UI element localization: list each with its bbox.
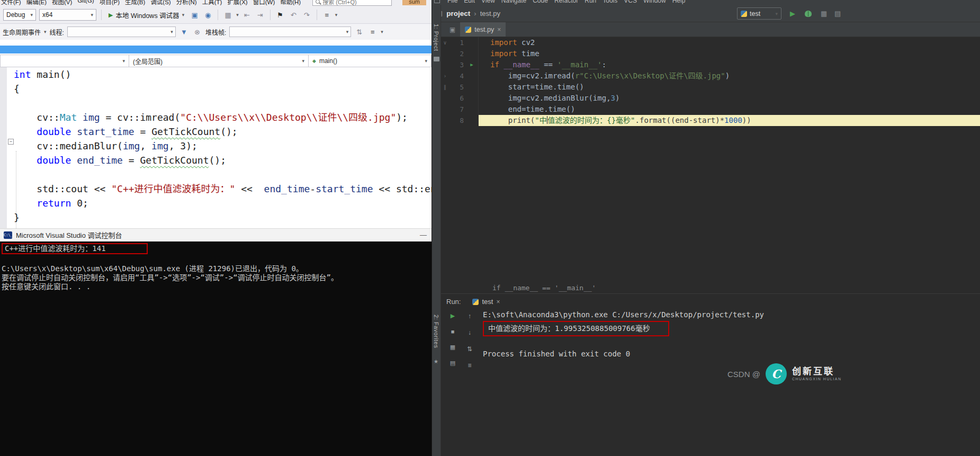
profiler-icon[interactable]: ▦ <box>821 10 827 17</box>
vs-symbol-dropdown[interactable]: ◆ main() ▾ <box>308 55 431 67</box>
vs-code-line[interactable]: { <box>14 82 431 96</box>
vs-menu-item[interactable]: 文件(F) <box>1 0 21 6</box>
star-icon[interactable]: ★ <box>434 359 438 364</box>
code-text[interactable]: import time <box>479 48 980 59</box>
outdent-icon[interactable]: ⇤ <box>242 11 252 19</box>
vs-thread-dropdown[interactable]: ▾ <box>67 26 176 37</box>
pc-menu-item[interactable]: Help <box>672 0 686 4</box>
pc-menu-item[interactable]: File <box>447 0 457 4</box>
vs-config-dropdown[interactable]: Debug ▾ <box>3 9 36 21</box>
vs-code-line[interactable]: int main() <box>14 67 431 82</box>
pc-code-editor[interactable]: ∨1import cv22import time3▶if __name__ ==… <box>441 37 980 282</box>
vs-menu-item[interactable]: 帮助(H) <box>280 0 301 6</box>
code-text[interactable]: start=time.time() <box>479 82 980 93</box>
pc-menu-item[interactable]: VCS <box>624 0 637 4</box>
up-stack-icon[interactable]: ↑ <box>468 312 471 320</box>
vs-menu-item[interactable]: 工具(T) <box>202 0 222 6</box>
fold-collapse-icon[interactable]: − <box>8 139 14 145</box>
minimize-icon[interactable]: — <box>420 231 428 239</box>
vs-code-editor[interactable]: − int main(){ cv::Mat img = cv::imread("… <box>0 67 431 228</box>
vs-code-line[interactable] <box>14 96 431 110</box>
vs-scope-dropdown[interactable]: (全局范围) ▾ <box>129 55 309 67</box>
gutter-pause-icon[interactable]: ∥ <box>441 82 449 93</box>
pc-menu-item[interactable]: Navigate <box>501 0 526 4</box>
vs-code-line[interactable]: return 0; <box>14 196 431 210</box>
pc-menu-item[interactable]: Window <box>643 0 666 4</box>
toolbar-overflow-icon[interactable]: ≡ <box>322 11 332 19</box>
pc-menu-item[interactable]: View <box>481 0 495 4</box>
tab-test-py[interactable]: test.py × <box>460 22 506 37</box>
vs-start-debug-button[interactable]: ▶ 本地 Windows 调试器 ▾ <box>106 10 186 20</box>
tool-window-project[interactable]: 1: Project <box>433 24 439 51</box>
vs-code-line[interactable]: double start_time = GetTickCount(); <box>14 124 431 139</box>
hot-reload-icon[interactable]: ▦ <box>223 11 233 19</box>
code-text[interactable]: img=cv2.medianBlur(img,3) <box>479 93 980 104</box>
code-text[interactable]: end=time.time() <box>479 104 980 115</box>
pc-menu-item[interactable]: Refactor <box>554 0 578 4</box>
vs-menu-item[interactable]: 生成(B) <box>125 0 145 6</box>
vs-platform-dropdown[interactable]: x64 ▾ <box>39 9 96 21</box>
vs-code-lines[interactable]: int main(){ cv::Mat img = cv::imread("C:… <box>0 67 431 225</box>
console-title-bar[interactable]: C:\_ Microsoft Visual Studio 调试控制台 — <box>0 228 431 242</box>
vs-project-dropdown[interactable]: ▾ <box>0 55 129 67</box>
vs-menu-item[interactable]: 编辑(E) <box>26 0 47 6</box>
editor-line[interactable]: ∨1import cv2 <box>441 37 980 48</box>
vs-menu-item[interactable]: 窗口(W) <box>253 0 275 6</box>
close-icon[interactable]: × <box>497 26 501 33</box>
prev-bookmark-icon[interactable]: ↶ <box>289 11 299 19</box>
editor-line[interactable]: 7 end=time.time() <box>441 104 980 115</box>
settings-icon[interactable]: ▤ <box>450 360 455 366</box>
tool-window-favorites[interactable]: 2: Favorites <box>433 315 439 348</box>
run-config-dropdown[interactable]: test ▾ <box>737 7 781 20</box>
pc-menu-item[interactable]: Code <box>533 0 548 4</box>
pc-menu-item[interactable]: Tools <box>603 0 617 4</box>
pc-menu-item[interactable]: Edit <box>464 0 475 4</box>
restore-layout-icon[interactable]: ▦ <box>450 344 455 351</box>
close-icon[interactable]: × <box>496 298 500 306</box>
vs-menu-item[interactable]: 项目(P) <box>100 0 120 6</box>
vs-menu-item[interactable]: Git(G) <box>77 0 94 6</box>
stop-button[interactable]: ■ <box>451 328 455 335</box>
gutter-run-icon[interactable]: ▶ <box>465 59 479 70</box>
code-text[interactable]: print("中值滤波的时间为：{}毫秒".format((end-start)… <box>479 115 980 126</box>
tab-list-icon[interactable]: ▣ <box>449 26 455 33</box>
run-tab-test[interactable]: test × <box>469 294 503 309</box>
run-button[interactable]: ▶ <box>790 10 795 17</box>
code-text[interactable]: if __name__ == '__main__': <box>479 59 980 70</box>
vs-menu-item[interactable]: 视图(V) <box>52 0 72 6</box>
gutter-fold-open-icon[interactable]: ∨ <box>441 37 449 48</box>
vs-menu-item[interactable]: 分析(N) <box>176 0 197 6</box>
debugbar-overflow-icon[interactable]: ≡ <box>367 28 377 36</box>
vs-stackframe-dropdown[interactable]: ▾ <box>229 26 351 37</box>
vs-lifecycle-label[interactable]: 生命周期事件 <box>3 28 41 37</box>
vs-code-line[interactable]: double end_time = GetTickCount(); <box>14 153 431 167</box>
vs-code-line[interactable]: cv::medianBlur(img, img, 3); <box>14 139 431 153</box>
soft-wrap-icon[interactable]: ⇅ <box>467 345 472 353</box>
coverage-icon[interactable]: ▤ <box>834 10 841 17</box>
vs-search-box[interactable]: 搜索 (Ctrl+Q) <box>312 0 392 6</box>
indent-icon[interactable]: ⇥ <box>255 11 265 19</box>
rerun-button[interactable]: ▶ <box>451 312 455 319</box>
next-bookmark-icon[interactable]: ↷ <box>302 11 312 19</box>
vs-code-line[interactable]: } <box>14 210 431 225</box>
editor-line[interactable]: ∥5 start=time.time() <box>441 82 980 93</box>
editor-line[interactable]: 6 img=cv2.medianBlur(img,3) <box>441 93 980 104</box>
editor-line[interactable]: 8 print("中值滤波的时间为：{}毫秒".format((end-star… <box>441 115 980 126</box>
vs-code-line[interactable]: std::cout << "C++进行中值滤波耗时为：" << end_time… <box>14 182 431 196</box>
scroll-end-icon[interactable]: ≡ <box>467 362 471 369</box>
editor-line[interactable]: 3▶if __name__ == '__main__': <box>441 59 980 70</box>
code-text[interactable]: img=cv2.imread(r"C:\Users\x\Desktop\证件\四… <box>479 70 980 82</box>
filter-threads-icon[interactable]: ▼ <box>179 28 189 36</box>
swap-frames-icon[interactable]: ⇅ <box>354 28 364 36</box>
editor-line[interactable]: ›4 img=cv2.imread(r"C:\Users\x\Desktop\证… <box>441 70 980 82</box>
code-text[interactable]: import cv2 <box>479 37 980 48</box>
vs-menu-item[interactable]: 扩展(X) <box>227 0 247 6</box>
vs-code-line[interactable]: cv::Mat img = cv::imread("C:\\Users\\x\\… <box>14 110 431 124</box>
vs-code-line[interactable] <box>14 167 431 182</box>
attach-process-icon[interactable]: ▣ <box>190 11 200 19</box>
live-preview-icon[interactable]: ◉ <box>203 11 213 19</box>
editor-line[interactable]: 2import time <box>441 48 980 59</box>
vs-menu-item[interactable]: 调试(S) <box>150 0 170 6</box>
pc-menu-item[interactable]: Run <box>585 0 596 4</box>
breadcrumb-project[interactable]: project <box>446 10 470 17</box>
